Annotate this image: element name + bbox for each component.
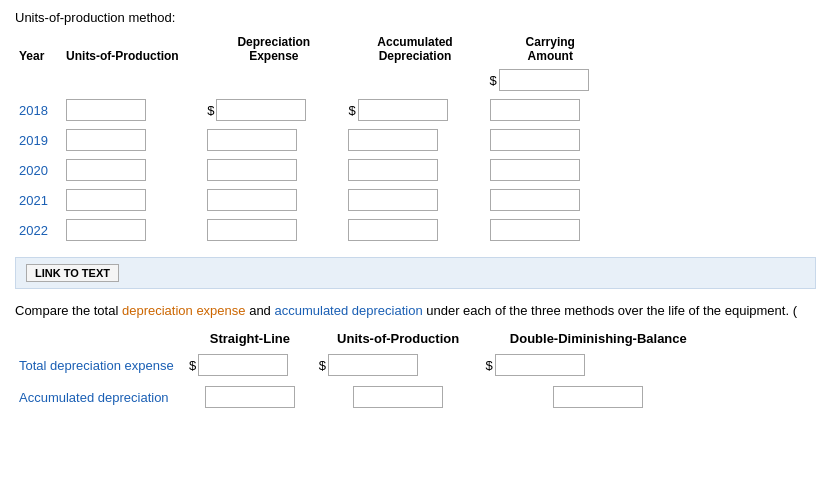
depr-expense-2021-input[interactable] [207,189,297,211]
sl-acc-depr-input[interactable] [205,386,295,408]
compare-row-total-depr: Total depreciation expense $ $ $ [15,349,715,381]
units-2019-input[interactable] [66,129,146,151]
link-to-text-bar: LINK TO TEXT [15,257,816,289]
compare-empty-header [15,328,185,349]
table-row: 2019 [15,125,615,155]
compare-section: Compare the total depreciation expense a… [15,303,816,413]
year-label-2021: 2021 [15,185,62,215]
ddb-total-depr-input[interactable] [495,354,585,376]
acc-depr-2018-input[interactable] [358,99,448,121]
carrying-2021-input[interactable] [490,189,580,211]
carrying-2018-input[interactable] [490,99,580,121]
acc-depr-2022-input[interactable] [348,219,438,241]
sl-total-dollar: $ [189,358,196,373]
table-row: 2021 [15,185,615,215]
depr-expense-2020-input[interactable] [207,159,297,181]
depr-expense-2018-input[interactable] [216,99,306,121]
compare-ddb-total-depr-cell: $ [482,349,715,381]
table-row: 2022 [15,215,615,245]
col-header-units: Units-of-Production [62,33,203,65]
units-2022-input[interactable] [66,219,146,241]
up-total-depr-input[interactable] [328,354,418,376]
section-title: Units-of-production method: [15,10,816,25]
depr-dollar-2018: $ [207,103,214,118]
year-label-2020: 2020 [15,155,62,185]
compare-row-label-acc-depr: Accumulated depreciation [15,381,185,413]
acc-depr-2019-input[interactable] [348,129,438,151]
compare-sl-total-depr-cell: $ [185,349,315,381]
year-label-2022: 2022 [15,215,62,245]
depr-expense-label: depreciation expense [122,303,246,318]
sl-total-depr-input[interactable] [198,354,288,376]
acc-depr-label: accumulated depreciation [274,303,422,318]
initial-carrying-input[interactable] [499,69,589,91]
compare-row-acc-depr: Accumulated depreciation [15,381,715,413]
compare-header-double-diminishing: Double-Diminishing-Balance [482,328,715,349]
ddb-total-dollar: $ [486,358,493,373]
ddb-acc-depr-input[interactable] [553,386,643,408]
compare-header-units-production: Units-of-Production [315,328,482,349]
table-row: 2018 $ $ [15,95,615,125]
col-header-year: Year [15,33,62,65]
compare-table: Straight-Line Units-of-Production Double… [15,328,715,413]
carrying-2019-input[interactable] [490,129,580,151]
units-2020-input[interactable] [66,159,146,181]
compare-sl-acc-depr-cell [185,381,315,413]
acc-dollar-2018: $ [348,103,355,118]
compare-up-acc-depr-cell [315,381,482,413]
compare-header-straight-line: Straight-Line [185,328,315,349]
units-production-table: Year Units-of-Production DepreciationExp… [15,33,615,245]
acc-depr-2021-input[interactable] [348,189,438,211]
up-acc-depr-input[interactable] [353,386,443,408]
units-2021-input[interactable] [66,189,146,211]
table-row: 2020 [15,155,615,185]
col-header-carrying-amount: CarryingAmount [486,33,615,65]
initial-carrying-dollar: $ [490,73,497,88]
depr-expense-2019-input[interactable] [207,129,297,151]
col-header-accumulated-depreciation: AccumulatedDepreciation [344,33,485,65]
compare-up-total-depr-cell: $ [315,349,482,381]
compare-row-label-total-depr: Total depreciation expense [15,349,185,381]
carrying-2020-input[interactable] [490,159,580,181]
up-total-dollar: $ [319,358,326,373]
compare-description: Compare the total depreciation expense a… [15,303,816,318]
depr-expense-2022-input[interactable] [207,219,297,241]
units-2018-input[interactable] [66,99,146,121]
section-title-text: Units-of-production method: [15,10,175,25]
link-to-text-button[interactable]: LINK TO TEXT [26,264,119,282]
compare-ddb-acc-depr-cell [482,381,715,413]
year-label-2019: 2019 [15,125,62,155]
year-label-2018: 2018 [15,95,62,125]
carrying-2022-input[interactable] [490,219,580,241]
col-header-depreciation-expense: DepreciationExpense [203,33,344,65]
acc-depr-2020-input[interactable] [348,159,438,181]
